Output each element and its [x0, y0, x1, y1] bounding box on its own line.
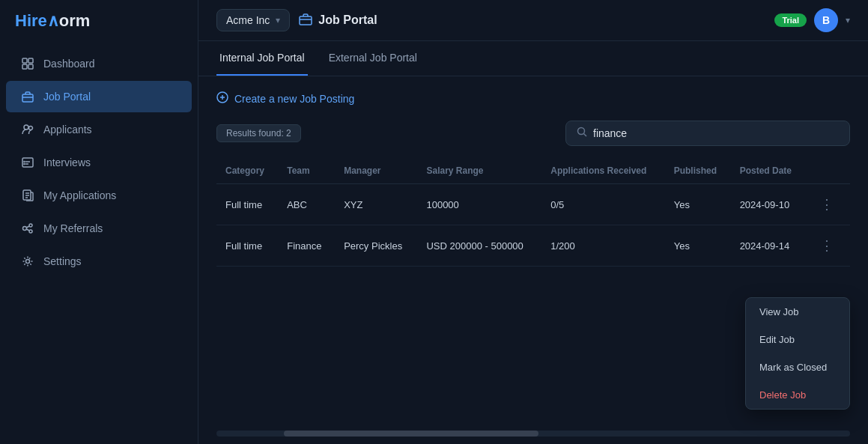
- context-menu-item-edit-job[interactable]: Edit Job: [746, 326, 849, 353]
- create-job-posting-link[interactable]: Create a new Job Posting: [216, 91, 850, 106]
- cell-more: ⋮: [807, 225, 850, 267]
- svg-point-7: [29, 127, 33, 130]
- search-box[interactable]: [565, 121, 850, 146]
- create-link-label: Create a new Job Posting: [234, 93, 354, 105]
- trial-badge: Trial: [774, 13, 807, 27]
- svg-point-6: [24, 125, 28, 130]
- col-posted-date: Posted Date: [731, 158, 807, 184]
- col-published: Published: [665, 158, 731, 184]
- svg-point-12: [23, 227, 27, 231]
- cell-salary: 100000: [417, 184, 541, 225]
- table-area: Create a new Job Posting Results found: …: [198, 76, 868, 444]
- row-more-button[interactable]: ⋮: [816, 236, 838, 255]
- referrals-icon: [21, 222, 34, 235]
- table-row: Full time Finance Percy Pickles USD 2000…: [216, 225, 850, 267]
- applicants-icon: [21, 123, 34, 136]
- cell-manager: XYZ: [335, 184, 417, 225]
- search-input[interactable]: [593, 127, 839, 139]
- svg-point-17: [26, 260, 30, 264]
- cell-more: ⋮: [807, 184, 850, 225]
- svg-point-9: [24, 162, 25, 162]
- search-icon: [577, 127, 587, 140]
- col-manager: Manager: [335, 158, 417, 184]
- cell-posted-date: 2024-09-14: [731, 225, 807, 267]
- sidebar-item-settings[interactable]: Settings: [6, 246, 192, 277]
- interviews-icon: [21, 156, 34, 169]
- sidebar-item-label: My Referrals: [43, 222, 103, 234]
- scrollbar-thumb[interactable]: [284, 431, 538, 437]
- avatar[interactable]: B: [814, 8, 838, 32]
- svg-line-24: [584, 134, 587, 137]
- dashboard-icon: [21, 57, 34, 70]
- jobs-table: Category Team Manager Salary Range Appli…: [216, 158, 850, 267]
- cell-applications: 0/5: [541, 184, 664, 225]
- header-right: Trial B ▾: [774, 8, 850, 32]
- results-badge: Results found: 2: [216, 124, 301, 142]
- col-salary: Salary Range: [417, 158, 541, 184]
- svg-line-15: [27, 226, 30, 228]
- cell-category: Full time: [216, 184, 278, 225]
- row-more-button[interactable]: ⋮: [816, 195, 838, 214]
- cell-published: Yes: [665, 184, 731, 225]
- svg-point-10: [24, 164, 25, 165]
- sidebar-item-applicants[interactable]: Applicants: [6, 114, 192, 145]
- context-menu-item-view-job[interactable]: View Job: [746, 298, 849, 326]
- sidebar-item-interviews[interactable]: Interviews: [6, 147, 192, 178]
- main-content: Acme Inc ▾ Job Portal Trial B ▾ Internal…: [198, 0, 868, 444]
- sidebar-item-job-portal[interactable]: Job Portal: [6, 81, 192, 112]
- header: Acme Inc ▾ Job Portal Trial B ▾: [198, 0, 868, 41]
- col-applications: Applications Received: [541, 158, 664, 184]
- logo: Hire∧orm: [0, 0, 198, 41]
- sidebar-item-label: Settings: [43, 255, 82, 267]
- sidebar-item-label: Job Portal: [43, 91, 91, 103]
- toolbar: Results found: 2: [216, 121, 850, 146]
- svg-rect-3: [28, 64, 33, 69]
- svg-line-16: [27, 229, 30, 231]
- header-page-title: Job Portal: [318, 13, 377, 27]
- sidebar-item-label: Applicants: [43, 124, 92, 136]
- content-area: Internal Job Portal External Job Portal …: [198, 41, 868, 444]
- sidebar-item-label: Dashboard: [43, 58, 95, 70]
- page-title-header: Job Portal: [299, 12, 377, 28]
- company-selector[interactable]: Acme Inc ▾: [216, 9, 290, 31]
- svg-rect-2: [22, 64, 27, 69]
- settings-icon: [21, 255, 34, 268]
- tab-internal-job-portal[interactable]: Internal Job Portal: [216, 41, 308, 76]
- sidebar-item-dashboard[interactable]: Dashboard: [6, 48, 192, 79]
- sidebar-item-label: My Applications: [43, 189, 116, 201]
- tabs: Internal Job Portal External Job Portal: [198, 41, 868, 76]
- company-name: Acme Inc: [226, 14, 270, 26]
- cell-team: ABC: [278, 184, 335, 225]
- context-menu-item-delete-job[interactable]: Delete Job: [746, 381, 849, 409]
- col-category: Category: [216, 158, 278, 184]
- horizontal-scrollbar[interactable]: [216, 431, 850, 437]
- sidebar-item-my-referrals[interactable]: My Referrals: [6, 213, 192, 244]
- col-actions: [807, 158, 850, 184]
- svg-point-14: [29, 230, 32, 233]
- svg-rect-1: [28, 58, 33, 63]
- cell-team: Finance: [278, 225, 335, 267]
- avatar-chevron-icon[interactable]: ▾: [846, 15, 850, 25]
- svg-rect-0: [22, 58, 27, 63]
- sidebar-item-my-applications[interactable]: My Applications: [6, 180, 192, 211]
- svg-point-23: [578, 128, 585, 135]
- table-row: Full time ABC XYZ 100000 0/5 Yes 2024-09…: [216, 184, 850, 225]
- sidebar: Hire∧orm Dashboard: [0, 0, 198, 444]
- svg-rect-18: [300, 16, 312, 25]
- chevron-down-icon: ▾: [276, 15, 280, 25]
- logo-text: Hire∧orm: [15, 11, 90, 31]
- col-team: Team: [278, 158, 335, 184]
- context-menu-item-mark-closed[interactable]: Mark as Closed: [746, 353, 849, 381]
- svg-rect-4: [22, 94, 33, 102]
- sidebar-item-label: Interviews: [43, 156, 91, 168]
- cell-salary: USD 200000 - 500000: [417, 225, 541, 267]
- briefcase-header-icon: [299, 12, 312, 28]
- table-header-row: Category Team Manager Salary Range Appli…: [216, 158, 850, 184]
- svg-point-13: [29, 224, 32, 227]
- cell-category: Full time: [216, 225, 278, 267]
- context-menu: View Job Edit Job Mark as Closed Delete …: [745, 297, 850, 410]
- nav-items: Dashboard Job Portal Appl: [0, 41, 198, 284]
- cell-published: Yes: [665, 225, 731, 267]
- cell-posted-date: 2024-09-10: [731, 184, 807, 225]
- tab-external-job-portal[interactable]: External Job Portal: [326, 41, 420, 76]
